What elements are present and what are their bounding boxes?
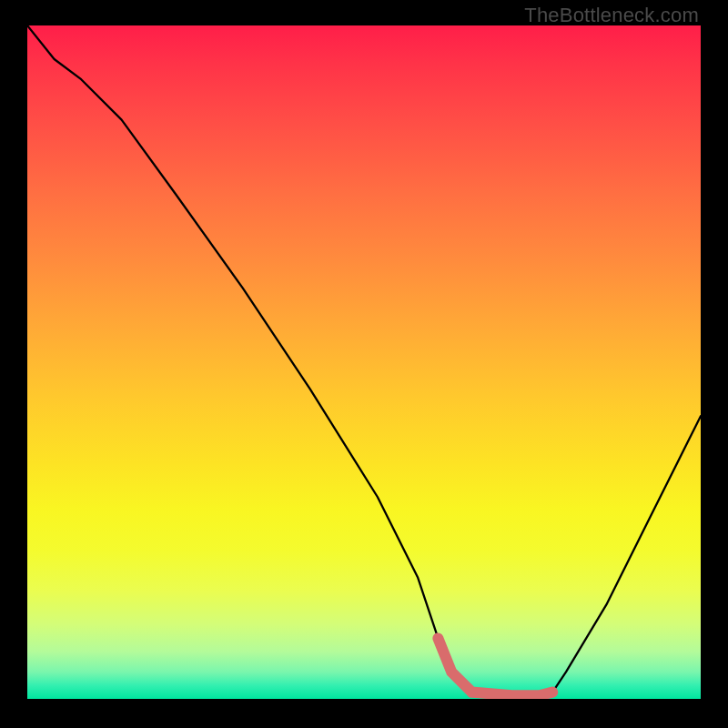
- chart-area: [27, 25, 701, 699]
- watermark-text: TheBottleneck.com: [524, 4, 699, 27]
- bottleneck-curve: [27, 25, 701, 699]
